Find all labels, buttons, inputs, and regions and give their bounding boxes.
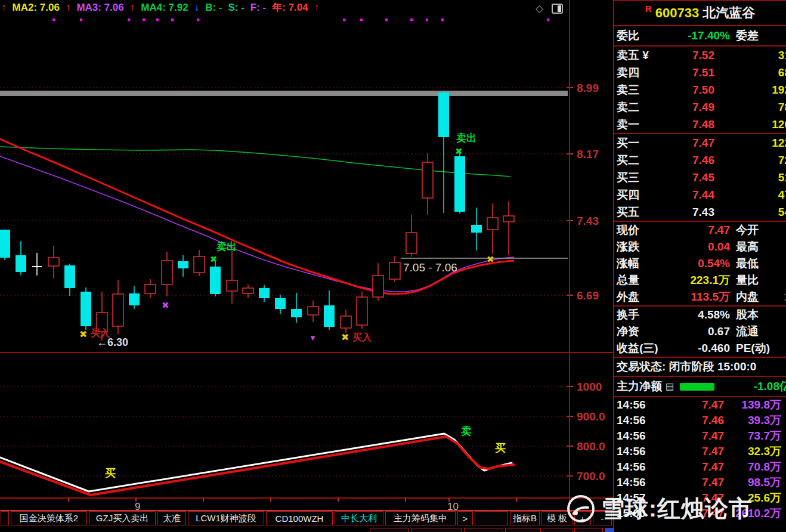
- toolbar-tab-0[interactable]: [1, 511, 9, 525]
- tick-volume: 73.7万: [724, 428, 781, 444]
- quote-row: 涨跌0.04最高: [614, 239, 786, 255]
- bid-row: 买二7.4672: [614, 151, 786, 169]
- list-icon[interactable]: ▤: [666, 381, 674, 392]
- candle: [389, 262, 400, 279]
- ob-volume: 72: [714, 154, 786, 167]
- chart-annotation: 卖出: [456, 132, 476, 144]
- signal-dot: [80, 18, 82, 21]
- tick-volume: 70.8万: [724, 459, 781, 475]
- chart-annotation: ✖: [162, 300, 169, 310]
- bottom-toolbar: 国金决策体系2GZJ买入卖出太准LCW1财神波段CD100WZH中长大利主力筹码…: [0, 511, 612, 527]
- candle: [0, 230, 10, 258]
- tick-row: 14:567.4798.5万: [614, 475, 786, 490]
- ob-price: 7.44: [663, 188, 714, 202]
- tick-volume: 25.6万: [724, 490, 781, 506]
- chart-annotation: 卖出: [216, 241, 237, 252]
- header-segment-9: F: -: [250, 2, 266, 14]
- tick-time: 14:56: [617, 476, 674, 489]
- clipped-tab[interactable]: [411, 528, 462, 532]
- ask-row: 卖三7.50192: [614, 81, 786, 98]
- ob-volume: 54: [714, 206, 786, 219]
- header-segment-2: ↑: [66, 2, 71, 14]
- toolbar-tab-LCW1财神波段[interactable]: LCW1财神波段: [188, 511, 264, 525]
- ob-label: 买二: [617, 153, 663, 168]
- ob-price: 7.43: [663, 206, 714, 219]
- tick-time: 14:57: [617, 491, 674, 505]
- candle: [129, 293, 140, 305]
- tick-time: 14:56: [617, 429, 674, 443]
- toolbar-tab-国金决策体系2[interactable]: 国金决策体系2: [11, 511, 87, 525]
- quote-row: 总量223.1万量比: [614, 272, 786, 289]
- candle: [291, 309, 302, 317]
- ask-row: 卖一7.48120: [614, 116, 786, 133]
- chart-annotation: ▼: [309, 333, 317, 342]
- ask-list: 卖五 ¥7.5231卖四7.5168卖三7.50192卖二7.4978卖一7.4…: [614, 47, 786, 134]
- signal-dot: [410, 18, 413, 21]
- toolbar-tab-模 板[interactable]: 模 板: [541, 511, 573, 525]
- toolbar-tab-主力筹码集中[interactable]: 主力筹码集中: [385, 511, 456, 525]
- candle: [308, 307, 318, 315]
- app-window: ↑MA2: 7.06↑MA3: 7.06↑MA4: 7.92↓B: -S: -F…: [0, 0, 786, 532]
- candle: [341, 316, 351, 328]
- stock-title: R 600733 北汽蓝谷: [614, 1, 786, 26]
- tick-row: 14:567.47139.8万: [614, 397, 786, 413]
- toolbar-tab-太准[interactable]: 太准: [157, 511, 186, 525]
- header-segment-7: B: -: [205, 2, 222, 14]
- header-segment-0: ↑: [1, 2, 7, 14]
- main-net-value: -1.08亿: [723, 379, 786, 394]
- indicator-line-chart[interactable]: 1000900.0800.0700.0910买卖买: [0, 353, 614, 510]
- signal-dot: [547, 18, 549, 21]
- diamond-icon[interactable]: ◇: [536, 4, 543, 14]
- signal-dot: [343, 18, 345, 21]
- clipped-tab[interactable]: [505, 528, 541, 532]
- weicha-label: 委差: [736, 28, 759, 44]
- quote-info-2: 换手4.58%股本净资0.67流通收益(三)-0.460PE(动): [614, 307, 786, 358]
- signal-label: 卖: [460, 425, 472, 437]
- tick-time: 14:56: [617, 414, 674, 427]
- ob-label: 买三: [617, 170, 663, 185]
- clipped-tab[interactable]: [464, 528, 503, 532]
- svg-text:8.99: 8.99: [577, 82, 599, 94]
- quote-right-label: 内盘: [736, 289, 759, 305]
- split-window-icon[interactable]: [552, 4, 563, 14]
- ob-volume: 68: [714, 66, 786, 79]
- toolbar-tab-中长大利[interactable]: 中长大利: [335, 511, 383, 525]
- candle: [324, 305, 335, 327]
- clipped-tab[interactable]: [543, 528, 573, 532]
- main-candlestick-chart[interactable]: 8.998.177.436.697.05 - 7.06卖出✖卖出✖✖买入←6.3…: [0, 15, 614, 353]
- toolbar-tab-CD100WZH[interactable]: CD100WZH: [266, 511, 333, 525]
- tick-list[interactable]: 14:567.47139.8万14:567.4639.3万14:567.4773…: [614, 397, 786, 521]
- ob-label: 卖五 ¥: [617, 48, 663, 63]
- svg-text:7.05 - 7.06: 7.05 - 7.06: [403, 261, 457, 274]
- candle: [210, 267, 221, 294]
- quote-value: 4.58%: [668, 308, 730, 321]
- toolbar-tab-9[interactable]: [475, 511, 508, 525]
- toolbar-tab-GZJ买入卖出[interactable]: GZJ买入卖出: [89, 511, 156, 525]
- tick-price: 7.47: [674, 445, 724, 458]
- clipped-tab[interactable]: [574, 528, 603, 532]
- toolbar-tab->[interactable]: >: [457, 511, 473, 525]
- toolbar-tab-指标B[interactable]: 指标B: [510, 511, 540, 525]
- candle: [162, 261, 172, 284]
- tick-price: 7.47: [674, 460, 724, 474]
- svg-text:8.17: 8.17: [577, 148, 599, 160]
- header-segment-1: MA2: 7.06: [13, 2, 60, 14]
- candle: [16, 255, 26, 272]
- clipped-tab[interactable]: [370, 528, 409, 532]
- quote-right-label: 量比: [736, 273, 759, 288]
- quote-label: 换手: [617, 307, 668, 323]
- toolbar-tab-+[interactable]: +: [574, 511, 591, 525]
- r-badge: R: [645, 4, 652, 14]
- toolbar-tab--[interactable]: -: [593, 511, 612, 525]
- quote-label: 涨幅: [617, 256, 668, 271]
- tick-row: 14:567.4773.7万: [614, 428, 786, 444]
- ob-price: 7.48: [663, 118, 714, 131]
- quote-row: 净资0.67流通: [614, 323, 786, 340]
- quote-right-label: 流通: [736, 324, 759, 339]
- tick-time: 14:56: [617, 460, 674, 474]
- quote-panel: R 600733 北汽蓝谷 委比 -17.40% 委差 - 卖五 ¥7.5231…: [614, 0, 786, 532]
- ob-volume: 192: [714, 83, 786, 97]
- signal-dot: [197, 18, 199, 21]
- chart-annotation: ✖: [210, 254, 218, 264]
- header-segment-6: ↓: [194, 2, 200, 14]
